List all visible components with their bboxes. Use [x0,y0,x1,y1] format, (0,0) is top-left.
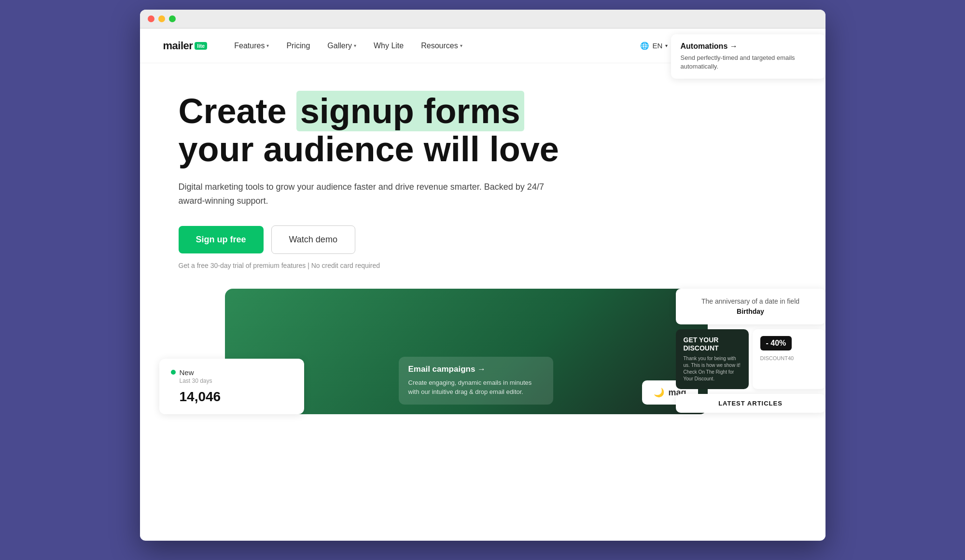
hero-cta: Sign up free Watch demo [179,225,787,254]
right-feature-cards: Automations → Send perfectly-timed and t… [671,34,825,79]
traffic-light-red[interactable] [148,15,154,22]
nav-gallery-label: Gallery [327,42,352,50]
discount-code: DISCOUNT40 [760,355,818,361]
nav-link-resources[interactable]: Resources ▾ [413,38,470,54]
analytics-label: New [180,368,194,377]
email-campaigns-desc: Create engaging, dynamic emails in minut… [408,378,544,397]
signup-free-button[interactable]: Sign up free [179,226,264,253]
heading-rest: your audience will love [179,130,559,168]
watch-demo-button[interactable]: Watch demo [271,225,355,254]
language-selector[interactable]: 🌐 EN ▾ [635,39,672,53]
nav-why-lite-label: Why Lite [374,42,404,50]
nav-link-gallery[interactable]: Gallery ▾ [320,38,364,54]
lang-label: EN [652,42,662,50]
chevron-down-icon-3: ▾ [460,43,462,48]
email-campaigns-title: Email campaigns → [408,364,544,374]
globe-icon: 🌐 [640,42,649,50]
nav-link-pricing[interactable]: Pricing [279,38,318,54]
new-dot [171,370,176,375]
heading-highlight: signup forms [296,91,524,131]
discount-tagline: Thank you for being with us. This is how… [684,355,741,382]
automations-desc: Send perfectly-timed and targeted emails… [681,54,816,71]
latest-articles-card: LATEST ARTICLES [676,394,825,413]
automations-title: Automations → [681,42,816,51]
discount-badge: - 40% [760,336,792,350]
logo-badge: lite [195,42,207,50]
hero-subtitle: Digital marketing tools to grow your aud… [179,180,555,208]
nav-link-why-lite[interactable]: Why Lite [366,38,411,54]
hero-heading: Create signup forms your audience will l… [179,92,613,168]
analytics-card: New Last 30 days 14,046 [159,359,304,414]
automations-card: Automations → Send perfectly-timed and t… [671,34,825,79]
discount-card-white: - 40% DISCOUNT40 [753,329,825,389]
hero-section: Create signup forms your audience will l… [140,63,825,289]
anniversary-field: Birthday [737,308,764,315]
nav-links: Features ▾ Pricing Gallery ▾ Why Lite Re… [226,38,635,54]
discount-card-dark: GET YOUR DISCOUNT Thank you for being wi… [676,329,749,389]
side-cards-right: The anniversary of a date in field Birth… [676,289,825,413]
nav-resources-label: Resources [421,42,458,50]
latest-articles-label: LATEST ARTICLES [718,400,783,407]
traffic-light-yellow[interactable] [158,15,165,22]
logo[interactable]: mailer lite [163,40,208,52]
anniversary-text: The anniversary of a date in field [701,297,799,305]
discount-title: GET YOUR DISCOUNT [684,336,741,352]
browser-chrome [140,10,825,28]
chevron-down-icon-lang: ▾ [665,43,668,48]
anniversary-card: The anniversary of a date in field Birth… [676,289,825,324]
analytics-number: 14,046 [180,389,293,405]
traffic-light-green[interactable] [169,15,176,22]
discount-row: GET YOUR DISCOUNT Thank you for being wi… [676,329,825,389]
hero-note: Get a free 30-day trial of premium featu… [179,262,787,269]
automations-title-text: Automations → [681,42,738,50]
chevron-down-icon: ▾ [266,43,269,48]
nav-features-label: Features [234,42,265,50]
heading-plain: Create [179,92,287,130]
analytics-sublabel: Last 30 days [180,378,293,384]
mag-icon: 🌙 [654,388,664,397]
nav-pricing-label: Pricing [286,42,310,50]
chevron-down-icon-2: ▾ [354,43,356,48]
preview-section: New Last 30 days 14,046 Email campaigns … [140,289,825,414]
logo-text: mailer [163,40,193,52]
email-campaigns-card: Email campaigns → Create engaging, dynam… [399,357,553,405]
nav-link-features[interactable]: Features ▾ [226,38,277,54]
